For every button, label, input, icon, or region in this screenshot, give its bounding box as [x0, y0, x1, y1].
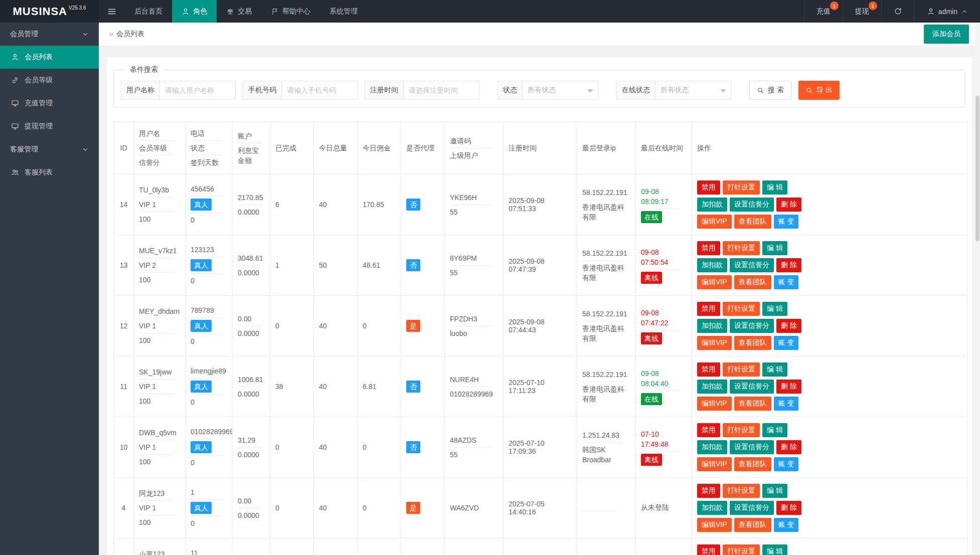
- cell-invite: WA6ZVD: [445, 478, 504, 538]
- action-编辑VIP-button[interactable]: 编辑VIP: [697, 336, 732, 350]
- action-加扣款-button[interactable]: 加扣款: [697, 319, 727, 333]
- navbar-quick-1[interactable]: 充值1: [804, 0, 843, 23]
- action-加扣款-button[interactable]: 加扣款: [697, 501, 727, 515]
- action-设置信誉分-button[interactable]: 设置信誉分: [730, 198, 774, 212]
- action-删除-button[interactable]: 删 除: [776, 319, 801, 333]
- phone-input[interactable]: [281, 81, 358, 100]
- cell-completed: 0: [270, 538, 314, 555]
- monitor-icon: [11, 99, 19, 107]
- user-menu[interactable]: admin: [914, 0, 980, 23]
- action-打针设置-button[interactable]: 打针设置: [723, 544, 760, 555]
- action-账变-button[interactable]: 账 变: [774, 336, 799, 350]
- action-设置信誉分-button[interactable]: 设置信誉分: [730, 440, 774, 454]
- action-打针设置-button[interactable]: 打针设置: [723, 362, 760, 377]
- action-查看团队-button[interactable]: 查看团队: [734, 215, 771, 229]
- action-账变-button[interactable]: 账 变: [774, 457, 799, 471]
- action-编辑-button[interactable]: 编 辑: [762, 180, 787, 195]
- action-打针设置-button[interactable]: 打针设置: [723, 180, 760, 195]
- user-icon: [11, 53, 19, 61]
- column-header: 最后在线时间: [636, 122, 692, 174]
- action-删除-button[interactable]: 删 除: [776, 258, 801, 272]
- action-账变-button[interactable]: 账 变: [774, 215, 799, 229]
- action-编辑-button[interactable]: 编 辑: [762, 241, 787, 255]
- agent-badge: 是: [406, 320, 420, 332]
- action-删除-button[interactable]: 删 除: [776, 380, 801, 394]
- action-编辑VIP-button[interactable]: 编辑VIP: [697, 518, 732, 532]
- action-查看团队-button[interactable]: 查看团队: [734, 518, 771, 532]
- navbar-quick-2[interactable]: 提现1: [843, 0, 881, 23]
- action-查看团队-button[interactable]: 查看团队: [734, 397, 771, 411]
- users-icon: [11, 168, 19, 176]
- action-查看团队-button[interactable]: 查看团队: [734, 336, 771, 350]
- search-button[interactable]: 搜 索: [749, 81, 791, 100]
- sidebar-item-提现管理[interactable]: 提现管理: [0, 115, 99, 138]
- action-编辑-button[interactable]: 编 辑: [762, 423, 787, 437]
- cell-agent: 是: [401, 538, 445, 555]
- action-编辑VIP-button[interactable]: 编辑VIP: [697, 275, 732, 289]
- action-打针设置-button[interactable]: 打针设置: [723, 241, 760, 255]
- real-user-badge: 真人: [191, 441, 212, 453]
- action-禁用-button[interactable]: 禁用: [697, 544, 720, 555]
- add-member-button[interactable]: 添加会员: [924, 25, 969, 44]
- column-header: 已完成: [270, 122, 314, 174]
- sidebar-item-会员列表[interactable]: 会员列表: [0, 46, 99, 69]
- vertical-scrollbar[interactable]: [975, 23, 980, 555]
- action-删除-button[interactable]: 删 除: [776, 440, 801, 454]
- action-加扣款-button[interactable]: 加扣款: [697, 380, 727, 394]
- action-编辑-button[interactable]: 编 辑: [762, 362, 787, 377]
- action-禁用-button[interactable]: 禁用: [697, 302, 720, 316]
- action-设置信誉分-button[interactable]: 设置信誉分: [730, 380, 774, 394]
- sidebar-item-充值管理[interactable]: 充值管理: [0, 92, 99, 115]
- action-打针设置-button[interactable]: 打针设置: [723, 484, 760, 498]
- action-打针设置-button[interactable]: 打针设置: [723, 423, 760, 437]
- action-打针设置-button[interactable]: 打针设置: [723, 302, 760, 316]
- action-账变-button[interactable]: 账 变: [774, 275, 799, 289]
- nav-item-1[interactable]: 后台首页: [125, 0, 172, 23]
- action-编辑VIP-button[interactable]: 编辑VIP: [697, 215, 732, 229]
- action-账变-button[interactable]: 账 变: [774, 518, 799, 532]
- cell-reg-time: 2025-07-05 14:40:16: [504, 478, 577, 538]
- action-编辑-button[interactable]: 编 辑: [762, 302, 787, 316]
- action-禁用-button[interactable]: 禁用: [697, 362, 720, 377]
- nav-item-5[interactable]: 系统管理: [320, 0, 367, 23]
- member-table-wrap: ID用户名会员等级信誉分电话状态签到天数账户利息宝金额已完成今日总量今日佣金是否…: [113, 121, 965, 555]
- nav-item-3[interactable]: 交易: [217, 0, 261, 23]
- sidebar-item-label: 会员等级: [25, 76, 53, 85]
- action-禁用-button[interactable]: 禁用: [697, 180, 720, 195]
- action-账变-button[interactable]: 账 变: [774, 397, 799, 411]
- sidebar-section-1[interactable]: 会员管理: [0, 23, 99, 46]
- sidebar-item-客服列表[interactable]: 客服列表: [0, 161, 99, 184]
- cell-today-commission: 0: [358, 478, 401, 538]
- action-删除-button[interactable]: 删 除: [776, 501, 801, 515]
- action-禁用-button[interactable]: 禁用: [697, 423, 720, 437]
- action-查看团队-button[interactable]: 查看团队: [734, 275, 771, 289]
- action-设置信誉分-button[interactable]: 设置信誉分: [730, 258, 774, 272]
- regtime-input[interactable]: [403, 81, 479, 100]
- action-编辑-button[interactable]: 编 辑: [762, 544, 787, 555]
- sidebar-item-会员等级[interactable]: 会员等级: [0, 69, 99, 92]
- action-设置信誉分-button[interactable]: 设置信誉分: [730, 319, 774, 333]
- action-编辑VIP-button[interactable]: 编辑VIP: [697, 457, 732, 471]
- sidebar-collapse-button[interactable]: [99, 0, 125, 23]
- action-禁用-button[interactable]: 禁用: [697, 241, 720, 255]
- cell-last-online: 09-08 07:47:22离线: [636, 296, 692, 356]
- username-input[interactable]: [159, 81, 236, 100]
- action-删除-button[interactable]: 删 除: [776, 198, 801, 212]
- online-status-select[interactable]: 所有状态: [655, 81, 731, 100]
- export-button[interactable]: 导 出: [798, 81, 840, 100]
- action-加扣款-button[interactable]: 加扣款: [697, 198, 727, 212]
- refresh-button[interactable]: [881, 0, 914, 23]
- action-编辑-button[interactable]: 编 辑: [762, 484, 787, 498]
- sidebar-section-2[interactable]: 客服管理: [0, 138, 99, 161]
- action-编辑VIP-button[interactable]: 编辑VIP: [697, 397, 732, 411]
- regtime-filter-label: 注册时间: [365, 81, 403, 100]
- nav-item-2[interactable]: 角色: [172, 0, 217, 23]
- nav-item-4[interactable]: 帮助中心: [261, 0, 320, 23]
- status-select[interactable]: 所有状态: [522, 81, 598, 100]
- action-设置信誉分-button[interactable]: 设置信誉分: [730, 501, 774, 515]
- action-禁用-button[interactable]: 禁用: [697, 484, 720, 498]
- action-查看团队-button[interactable]: 查看团队: [734, 457, 771, 471]
- action-加扣款-button[interactable]: 加扣款: [697, 258, 727, 272]
- action-加扣款-button[interactable]: 加扣款: [697, 440, 727, 454]
- scrollbar-thumb[interactable]: [975, 96, 979, 241]
